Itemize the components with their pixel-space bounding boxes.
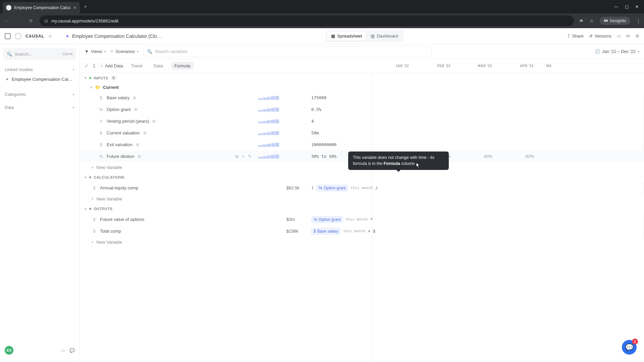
month-header: FEB '22 bbox=[414, 64, 455, 68]
section-outputs[interactable]: ▾ OUTPUTS bbox=[80, 204, 644, 214]
user-avatar[interactable]: ES bbox=[5, 346, 13, 355]
formula-cell[interactable]: 0.5% bbox=[308, 104, 644, 115]
sigma-icon[interactable]: Σ bbox=[93, 63, 96, 68]
add-data-button[interactable]: + Add Data bbox=[100, 63, 123, 68]
sidebar-toggle-icon[interactable] bbox=[5, 33, 11, 39]
add-column-icon[interactable]: + bbox=[242, 154, 245, 159]
share-button[interactable]: ⤴ Share bbox=[568, 34, 584, 39]
data-pill[interactable]: Data bbox=[150, 62, 166, 70]
row-total-comp[interactable]: $ Total comp $238k $ Base salary this mo… bbox=[80, 225, 644, 237]
row-annual-equity[interactable]: $ Annual equity comp $62.5k ( % Option g… bbox=[80, 182, 644, 194]
scenarios-dropdown[interactable]: ⑂ Scenarios ▾ bbox=[111, 49, 139, 54]
tab-dashboard[interactable]: ▥ Dashboard bbox=[367, 32, 402, 41]
eye-off-icon[interactable]: 👁 bbox=[579, 18, 584, 23]
chat-bubble[interactable]: 💬 1 bbox=[622, 340, 637, 355]
model-icon: ✦ bbox=[5, 77, 9, 82]
variable-name: Annual equity comp bbox=[100, 185, 138, 190]
variable-token[interactable]: % Option grant bbox=[316, 185, 348, 191]
row-base-salary[interactable]: $ Base salary 175000 bbox=[80, 92, 644, 104]
model-title[interactable]: ✦ Employee Compensation Calculator (Clo… bbox=[65, 34, 162, 39]
cell[interactable]: 40% bbox=[497, 150, 539, 162]
back-icon[interactable]: ← bbox=[3, 18, 10, 23]
expand-icon[interactable]: ⤢ bbox=[85, 63, 88, 68]
address-bar[interactable]: ⊟ my.causal.app/models/235661/edit bbox=[40, 15, 574, 26]
formula-cell[interactable]: 4 bbox=[308, 115, 644, 127]
tab-spreadsheet[interactable]: ▦ Spreadsheet bbox=[327, 32, 366, 41]
present-icon[interactable]: ▭ bbox=[617, 34, 621, 39]
reload-icon[interactable]: ⟳ bbox=[28, 18, 34, 23]
row-future-options[interactable]: $ Future value of options $3m % Option g… bbox=[80, 214, 644, 225]
formula-cell[interactable]: 175000 bbox=[308, 92, 644, 104]
views-dropdown[interactable]: ▼ Views ▾ bbox=[85, 49, 106, 54]
site-info-icon[interactable]: ⊟ bbox=[44, 18, 48, 23]
row-option-grant[interactable]: % Option grant 0.5% bbox=[80, 104, 644, 115]
history-icon: ↺ bbox=[589, 34, 593, 39]
main-area: ▼ Views ▾ ⑂ Scenarios ▾ 🔍 Search variabl… bbox=[80, 44, 644, 362]
section-inputs[interactable]: ▾ INPUTS 6 bbox=[80, 73, 644, 83]
cell[interactable]: 40% bbox=[455, 150, 497, 162]
sidebar-search[interactable]: 🔍 Search... Ctrl+K bbox=[3, 48, 76, 60]
info-icon[interactable] bbox=[143, 131, 147, 135]
section-calculations[interactable]: ▾ CALCULATIONS bbox=[80, 173, 644, 182]
search-icon: 🔍 bbox=[7, 52, 12, 57]
formula-cell[interactable]: 50m bbox=[308, 127, 644, 139]
date-range-picker[interactable]: 🕘 Jan '22 – Dec '22 ▾ bbox=[595, 49, 639, 54]
variable-token[interactable]: % Option grant bbox=[311, 216, 343, 223]
formula-cell[interactable]: $ Base salary this month + $ bbox=[308, 225, 644, 237]
comment-icon[interactable]: ✉ bbox=[626, 34, 630, 39]
sheet[interactable]: ▾ INPUTS 6 ▾ 📁 Current $ Base salary bbox=[80, 73, 644, 362]
formula-pill[interactable]: Formula bbox=[171, 62, 194, 70]
sparkline bbox=[258, 108, 279, 112]
dollar-icon: $ bbox=[92, 229, 97, 234]
formula-cell[interactable]: % Option grant this month * bbox=[308, 214, 644, 225]
edit-icon[interactable]: ✎ bbox=[248, 154, 252, 159]
formula-cell[interactable]: 1000000000 bbox=[308, 139, 644, 150]
data-header[interactable]: Data + bbox=[3, 104, 76, 111]
bookmark-icon[interactable]: ☆ bbox=[590, 18, 594, 23]
browser-tab[interactable]: Employee Compensation Calcu ✕ bbox=[3, 2, 80, 13]
variable-token[interactable]: $ Base salary bbox=[311, 228, 340, 235]
close-tab-icon[interactable]: ✕ bbox=[73, 5, 76, 10]
view-mode-tabs: ▦ Spreadsheet ▥ Dashboard bbox=[326, 30, 403, 42]
minimize-icon[interactable]: — bbox=[614, 4, 618, 9]
trend-pill[interactable]: Trend bbox=[128, 62, 146, 70]
versions-button[interactable]: ↺ Versions bbox=[589, 34, 611, 39]
settings-icon[interactable]: ⚙ bbox=[635, 34, 639, 39]
maximize-icon[interactable]: ▢ bbox=[625, 4, 629, 9]
menu-icon[interactable]: ⋮ bbox=[636, 18, 641, 23]
variable-search[interactable]: 🔍 Search variables bbox=[143, 46, 432, 57]
add-linked-model-icon[interactable]: + bbox=[72, 67, 75, 72]
categories-header[interactable]: Categories + bbox=[3, 91, 76, 98]
notification-icon[interactable]: ⊕ bbox=[48, 34, 52, 39]
sidebar-item-linked-model[interactable]: ✦ Employee Compensation Cal… bbox=[3, 74, 76, 84]
new-variable-button[interactable]: + New Variable bbox=[80, 194, 644, 204]
info-icon[interactable] bbox=[134, 108, 138, 111]
add-category-icon[interactable]: + bbox=[72, 92, 75, 97]
status-dot-icon bbox=[89, 77, 91, 79]
panel-icon[interactable]: ▭ bbox=[61, 348, 65, 353]
info-icon[interactable] bbox=[136, 143, 139, 146]
chat-icon: 💬 bbox=[625, 343, 634, 351]
tooltip: This variable does not change with time … bbox=[348, 152, 449, 170]
new-variable-button[interactable]: + New Variable bbox=[80, 237, 644, 247]
sparkline bbox=[258, 96, 279, 100]
info-icon[interactable] bbox=[152, 120, 156, 123]
formula-cell[interactable]: ( % Option grant this month / bbox=[308, 182, 644, 194]
info-icon[interactable] bbox=[133, 96, 136, 100]
chat-toggle-icon[interactable]: 💬 bbox=[69, 348, 75, 353]
forward-icon[interactable]: → bbox=[15, 18, 22, 23]
search-icon: 🔍 bbox=[147, 49, 152, 54]
row-exit-valuation[interactable]: $ Exit valuation 1000000000 bbox=[80, 139, 644, 150]
folder-current[interactable]: ▾ 📁 Current bbox=[80, 83, 644, 92]
info-icon[interactable] bbox=[138, 155, 141, 158]
close-window-icon[interactable]: ✕ bbox=[635, 4, 639, 9]
add-data-icon[interactable]: + bbox=[72, 105, 75, 110]
incognito-badge: 🕶 Incognito bbox=[600, 17, 630, 25]
copy-icon[interactable]: ⧉ bbox=[235, 154, 238, 159]
row-vesting[interactable]: # Vesting period (years) 4 bbox=[80, 115, 644, 127]
variable-name: Future dilution bbox=[107, 154, 134, 159]
new-tab-button[interactable]: + bbox=[80, 4, 91, 10]
variable-name: Future value of options bbox=[100, 217, 144, 222]
chevron-down-icon: ▾ bbox=[137, 50, 139, 53]
row-current-valuation[interactable]: $ Current valuation 50m bbox=[80, 127, 644, 139]
